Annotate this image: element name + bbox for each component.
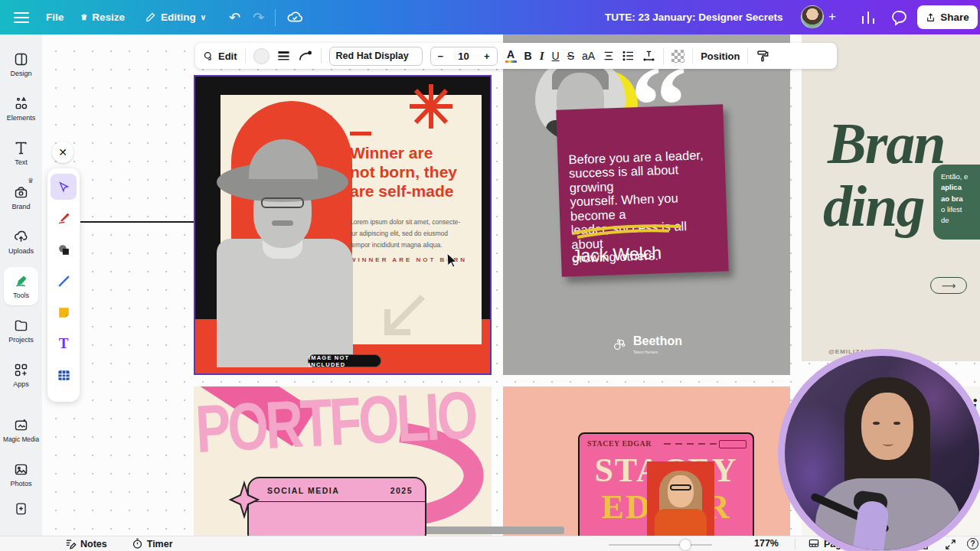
alignment-button[interactable]	[603, 51, 615, 61]
sidebar-item-more[interactable]	[0, 497, 42, 520]
crown-icon: ♛	[80, 13, 87, 21]
left-sidebar: Design Elements Text ♛ Brand Uploads Too…	[0, 34, 42, 551]
document-title[interactable]: TUTE: 23 January: Designer Secrets	[605, 0, 783, 34]
select-tool[interactable]	[51, 174, 77, 200]
transparency-button[interactable]	[671, 50, 684, 63]
design-branding[interactable]: Bran ding Então, e aplica ao bra o lifes…	[802, 34, 980, 361]
table-icon	[57, 368, 71, 383]
zoom-slider[interactable]	[609, 544, 712, 546]
design-portfolio[interactable]: PORTFOLIO SOCIAL MEDIA 2025	[194, 386, 492, 536]
menu-file[interactable]: File	[46, 11, 64, 23]
add-collaborator-button[interactable]: +	[828, 9, 836, 24]
marker-icon	[57, 211, 71, 226]
brand-icon	[13, 184, 29, 201]
line-tool[interactable]	[51, 268, 77, 294]
cloud-saved-icon	[286, 9, 303, 26]
bold-button[interactable]: B	[524, 50, 532, 62]
share-button[interactable]: Share	[917, 5, 978, 29]
list-button[interactable]	[622, 51, 635, 61]
text-color-button[interactable]: A	[505, 49, 517, 64]
text-toolbar: Edit Red Hat Display − 10 + A B I U S aA	[195, 43, 837, 69]
arrow-button: ⟶	[930, 277, 967, 294]
insights-icon[interactable]	[859, 8, 877, 27]
sidebar-item-photos[interactable]: Photos	[0, 452, 42, 497]
sidebar-item-tools[interactable]: Tools	[4, 267, 38, 305]
draw-tool[interactable]	[51, 205, 77, 231]
sticky-note-tool[interactable]	[51, 299, 77, 325]
notes-button[interactable]: Notes	[65, 538, 107, 549]
strikethrough-button[interactable]: S	[567, 50, 574, 62]
line-icon	[57, 274, 71, 289]
asterisk-decoration	[408, 83, 454, 130]
text-tool[interactable]: T	[51, 331, 77, 357]
portfolio-card: SOCIAL MEDIA 2025	[247, 477, 426, 536]
design-winner-poster[interactable]: WINNER Winner are not born, they are sel…	[194, 75, 492, 375]
mouse-cursor	[446, 253, 458, 268]
undo-icon[interactable]: ↶	[229, 9, 240, 26]
canva-app: File ♛ Resize Editing ∨ ↶ ↷ TUTE: 23 Jan…	[0, 0, 980, 551]
font-size-stepper: − 10 +	[430, 47, 498, 66]
text-spacing-button[interactable]	[642, 50, 655, 62]
website-mockup: STACEY EDGAR STACEY EDGAR	[578, 432, 754, 536]
copy-style-button[interactable]	[756, 49, 769, 63]
text-icon	[13, 140, 29, 156]
fullscreen-icon[interactable]	[945, 539, 956, 550]
menu-resize[interactable]: ♛ Resize	[80, 11, 125, 23]
stroke-weight-icon[interactable]	[277, 51, 290, 62]
menu-editing[interactable]: Editing ∨	[145, 11, 206, 23]
notes-icon	[65, 538, 77, 549]
winner-body-text: Lorem ipsum dolor sit amet, consecte- tu…	[350, 217, 472, 251]
main-menu-icon[interactable]	[14, 12, 29, 23]
share-label: Share	[940, 11, 969, 23]
italic-button[interactable]: I	[540, 50, 544, 63]
text-case-button[interactable]: aA	[582, 50, 595, 62]
underline-button[interactable]: U	[552, 50, 560, 62]
text-tool-icon: T	[59, 335, 69, 352]
branding-green-card: Então, e aplica ao bra o lifest de	[933, 165, 980, 240]
drawn-line-element[interactable]	[80, 221, 194, 223]
font-size-decrease[interactable]: −	[438, 51, 444, 62]
design-quote-card[interactable]: “ Before you are a leader, success is al…	[503, 34, 790, 375]
help-button[interactable]: ?	[967, 538, 978, 549]
design-stacey-website[interactable]: STACEY EDGAR STACEY EDGAR	[503, 386, 790, 536]
avatar[interactable]	[801, 5, 824, 28]
projects-folder-icon	[13, 318, 29, 334]
winner-dash	[350, 132, 371, 135]
zoom-slider-knob[interactable]	[680, 540, 691, 550]
edit-button[interactable]: Edit	[203, 51, 237, 62]
website-nav	[664, 443, 717, 445]
sidebar-item-text[interactable]: Text	[0, 131, 42, 175]
sidebar-item-elements[interactable]: Elements	[0, 86, 42, 131]
shapes-tool[interactable]	[51, 236, 77, 262]
pro-crown-icon: ♛	[28, 177, 34, 184]
border-color-swatch[interactable]	[253, 48, 270, 64]
branding-word-top: Bran	[828, 117, 945, 169]
sidebar-item-brand[interactable]: ♛ Brand	[0, 175, 42, 220]
position-button[interactable]: Position	[701, 51, 740, 62]
sidebar-item-design[interactable]: Design	[0, 42, 42, 86]
table-tool[interactable]	[51, 362, 77, 388]
gray-arrow-decoration	[377, 292, 429, 343]
top-bar: File ♛ Resize Editing ∨ ↶ ↷ TUTE: 23 Jan…	[0, 0, 980, 34]
sidebar-item-projects[interactable]: Projects	[0, 308, 42, 353]
timer-button[interactable]: Timer	[132, 538, 173, 549]
portrait-glasses	[261, 197, 304, 208]
resize-label: Resize	[92, 11, 125, 23]
sidebar-item-apps[interactable]: Apps	[0, 353, 42, 397]
presenter-face	[861, 393, 913, 460]
file-label: File	[46, 11, 64, 23]
comments-icon[interactable]	[890, 8, 909, 27]
image-not-included-badge: IMAGE NOT INCLUDED	[308, 354, 381, 367]
pencil-icon	[145, 11, 156, 23]
redo-icon[interactable]: ↷	[253, 9, 264, 26]
zoom-level[interactable]: 177%	[754, 538, 779, 549]
sidebar-item-uploads[interactable]: Uploads	[0, 220, 42, 264]
close-tools-button[interactable]: ✕	[52, 142, 74, 163]
font-size-value[interactable]: 10	[458, 51, 469, 62]
line-style-icon[interactable]	[298, 50, 313, 62]
font-family-select[interactable]: Red Hat Display	[329, 47, 423, 66]
font-size-increase[interactable]: +	[484, 51, 490, 62]
beethon-logo-icon	[611, 336, 628, 353]
sidebar-item-magic-media[interactable]: Magic Media	[0, 408, 42, 452]
webcam-overlay[interactable]	[778, 349, 980, 551]
